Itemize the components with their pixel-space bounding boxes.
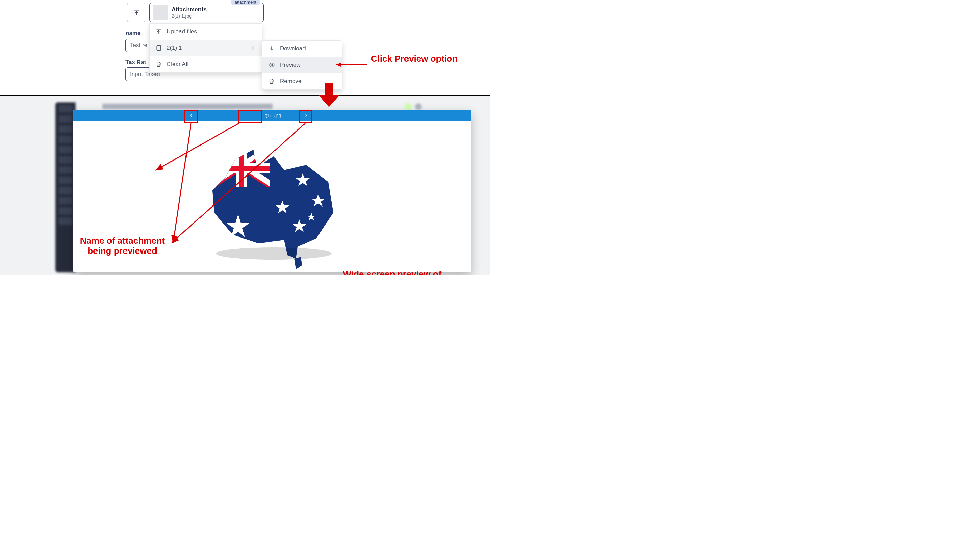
blurred-sidebar — [55, 102, 76, 272]
callout-box-next — [299, 110, 312, 123]
callout-arrow-preview — [336, 62, 370, 67]
svg-rect-4 — [325, 83, 333, 96]
name-label: name — [126, 30, 140, 37]
blurred-header-icon — [405, 103, 412, 110]
submenu-download-label: Download — [280, 45, 306, 52]
field-underline — [343, 81, 347, 81]
attachment-menu: Upload files... 2(1) 1 Clear All — [150, 23, 262, 73]
attachment-type-chip: attachment — [231, 0, 260, 5]
tax-rate-label: Tax Rat — [126, 59, 146, 66]
svg-point-1 — [271, 64, 273, 66]
callout-text-preview: Click Preview option — [370, 54, 459, 64]
download-icon — [268, 45, 275, 52]
chevron-right-icon — [249, 44, 256, 51]
file-icon — [155, 44, 162, 51]
attachment-labels: Attachments 2(1) 1.jpg — [172, 6, 228, 19]
callout-box-filename — [238, 110, 261, 123]
name-value: Test re — [130, 42, 147, 49]
upload-slot[interactable] — [127, 3, 146, 22]
callout-text-filename: Name of attachment being previewed — [80, 236, 165, 256]
submenu-remove-label: Remove — [280, 78, 301, 85]
svg-marker-3 — [336, 63, 340, 67]
callout-text-wide: Wide screen preview of attachment opens — [341, 269, 443, 275]
preview-image — [194, 136, 350, 272]
svg-point-22 — [216, 247, 332, 260]
eye-icon — [268, 62, 275, 68]
submenu-download[interactable]: Download — [262, 41, 342, 57]
menu-clear-label: Clear All — [167, 61, 188, 68]
callout-big-down-arrow — [319, 83, 339, 107]
attachment-title: Attachments — [172, 6, 228, 13]
svg-rect-0 — [156, 46, 161, 51]
file-submenu: Download Preview Remove — [262, 40, 342, 90]
upload-icon — [133, 9, 140, 16]
trash-icon — [268, 78, 275, 85]
svg-marker-5 — [319, 95, 339, 107]
upload-icon — [155, 28, 162, 35]
blurred-breadcrumb — [102, 104, 273, 109]
menu-clear-all[interactable]: Clear All — [150, 56, 261, 73]
preview-toolbar: 2(1) 1.jpg — [73, 110, 471, 121]
menu-file-item[interactable]: 2(1) 1 — [150, 40, 261, 56]
submenu-preview[interactable]: Preview — [262, 57, 342, 73]
attachment-filename: 2(1) 1.jpg — [172, 13, 228, 19]
submenu-preview-label: Preview — [280, 62, 301, 68]
menu-file-label: 2(1) 1 — [167, 44, 182, 51]
callout-box-prev — [185, 110, 198, 123]
preview-filename: 2(1) 1.jpg — [264, 113, 281, 118]
blurred-header-icon — [415, 103, 422, 110]
trash-icon — [155, 61, 162, 68]
attachment-card[interactable]: Attachments 2(1) 1.jpg attachment — [150, 3, 264, 22]
attachment-thumbnail — [153, 5, 168, 20]
menu-upload-label: Upload files... — [167, 28, 202, 35]
svg-rect-15 — [212, 166, 270, 171]
menu-upload-files[interactable]: Upload files... — [150, 24, 261, 40]
